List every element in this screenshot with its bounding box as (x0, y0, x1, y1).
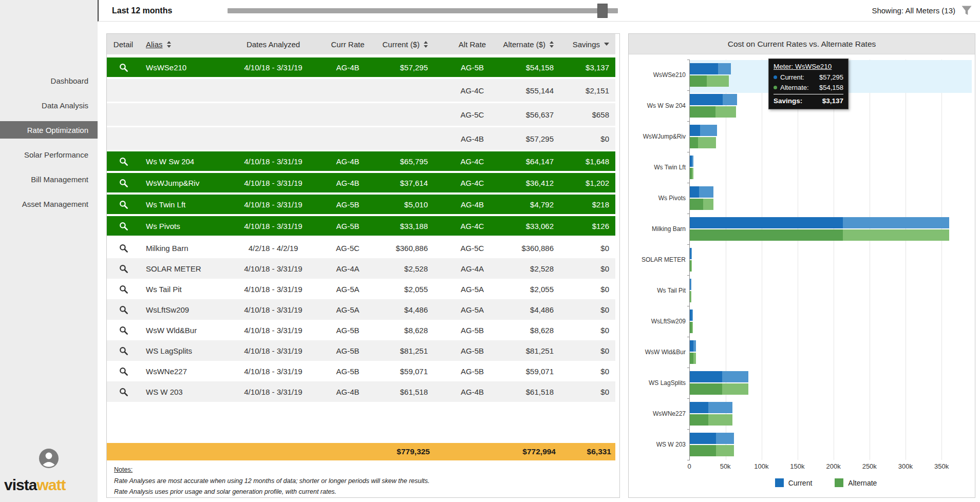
table-row[interactable]: Ws Tail Pit4/10/18 - 3/31/19AG-5A$2,055A… (107, 279, 615, 299)
magnifier-icon[interactable] (119, 284, 128, 294)
chart-category-label: Ws Pivots (629, 183, 689, 214)
magnifier-icon[interactable] (119, 243, 128, 253)
savings-cell: $0 (556, 285, 611, 294)
alt-rate-sub-row[interactable]: AG-5C$56,637$658 (107, 103, 615, 126)
column-header-Detail[interactable]: Detail (107, 40, 140, 49)
column-header-Curr Rate[interactable]: Curr Rate (325, 40, 371, 49)
column-header-Savings[interactable]: Savings (556, 40, 611, 49)
current-bar-Ws W Sw 204[interactable] (690, 94, 737, 105)
current-bar-WsLftSw209[interactable] (690, 310, 693, 321)
filter-funnel-icon[interactable] (960, 5, 973, 17)
alternate-bar-WsWSe210[interactable] (690, 75, 729, 87)
alternate-bar-WsLftSw209[interactable] (690, 322, 693, 333)
legend-item-current[interactable]: Current (775, 478, 813, 487)
table-row[interactable]: Milking Barn4/2/18 - 4/2/19AG-5C$360,886… (107, 238, 615, 258)
bar-segment-light (707, 75, 729, 87)
magnifier-icon[interactable] (119, 178, 128, 188)
sort-both-icon[interactable] (550, 41, 554, 48)
column-header-label: Detail (114, 40, 133, 49)
magnifier-icon[interactable] (119, 305, 128, 315)
bar-segment-dark (690, 353, 693, 364)
alternate-bar-WS LagSplits[interactable] (690, 383, 748, 395)
current-bar-WS W 203[interactable] (690, 433, 734, 444)
x-tick-label: 150k (790, 462, 804, 470)
alternate-bar-Milking Barn[interactable] (690, 229, 949, 241)
sort-asc-arrow (424, 41, 428, 44)
column-header-Alt Rate[interactable]: Alt Rate (450, 40, 494, 49)
magnifier-icon[interactable] (119, 325, 128, 335)
legend-item-alternate[interactable]: Alternate (835, 478, 877, 487)
current-bar-WsWNe227[interactable] (690, 402, 732, 413)
column-header-Alias[interactable]: Alias (140, 40, 222, 49)
alternate-cell: $33,062 (494, 222, 556, 230)
table-row[interactable]: WsW Wld&Bur4/10/18 - 3/31/19AG-5B$8,628A… (107, 320, 615, 340)
chart-bar-group (690, 368, 972, 398)
column-header-Dates Analyzed[interactable]: Dates Analyzed (222, 40, 325, 49)
sidebar-item-data-analysis[interactable]: Data Analysis (0, 96, 98, 114)
sidebar-item-solar-performance[interactable]: Solar Performance (0, 146, 98, 163)
table-row[interactable]: Ws Twin Lft4/10/18 - 3/31/19AG-5B$5,010A… (107, 195, 615, 214)
alternate-bar-Ws W Sw 204[interactable] (690, 106, 736, 118)
sort-desc-icon[interactable] (604, 43, 609, 46)
chart-body: WsWSe210Ws W Sw 204WsWJump&RivWs Twin Lf… (629, 54, 975, 487)
sidebar-item-bill-management[interactable]: Bill Management (0, 170, 98, 188)
alternate-bar-WsWNe227[interactable] (690, 414, 732, 426)
current-bar-WsW Wld&Bur[interactable] (690, 340, 696, 352)
alt-rate-cell: AG-5A (450, 285, 494, 294)
current-bar-WsWSe210[interactable] (690, 63, 731, 74)
alias-cell: WsW Wld&Bur (140, 326, 222, 335)
magnifier-icon[interactable] (119, 221, 128, 231)
column-header-label: Curr Rate (331, 40, 364, 49)
chart-bar-group (690, 275, 972, 306)
alternate-bar-WsWJump&Riv[interactable] (690, 137, 716, 148)
table-row[interactable]: SOLAR METER4/10/18 - 3/31/19AG-4A$2,528A… (107, 258, 615, 279)
magnifier-icon[interactable] (119, 200, 128, 209)
bar-segment-light (692, 168, 693, 179)
column-header-Current ($)[interactable]: Current ($) (371, 40, 430, 49)
dates-cell: 4/10/18 - 3/31/19 (222, 264, 325, 273)
magnifier-icon[interactable] (119, 63, 128, 72)
table-row[interactable]: Ws Pivots4/10/18 - 3/31/19AG-5B$33,188AG… (107, 216, 615, 236)
curr-rate-cell: AG-5A (325, 305, 371, 314)
sort-both-icon[interactable] (424, 41, 428, 48)
table-row[interactable]: WS W 2034/10/18 - 3/31/19AG-4B$61,518AG-… (107, 381, 615, 402)
column-header-Alternate ($)[interactable]: Alternate ($) (494, 40, 556, 49)
table-row[interactable]: WsLftSw2094/10/18 - 3/31/19AG-5A$4,486AG… (107, 299, 615, 320)
current-bar-Ws Tail Pit[interactable] (690, 279, 691, 290)
table-row[interactable]: WsWNe2274/10/18 - 3/31/19AG-5B$59,071AG-… (107, 361, 615, 381)
magnifier-icon[interactable] (119, 264, 128, 274)
chart-category-label: WS W 203 (629, 429, 689, 460)
current-bar-Milking Barn[interactable] (690, 217, 949, 228)
alternate-bar-Ws Pivots[interactable] (690, 199, 713, 210)
current-bar-WsWJump&Riv[interactable] (690, 125, 717, 136)
sidebar-item-dashboard[interactable]: Dashboard (0, 72, 98, 89)
table-row[interactable]: WsWSe2104/10/18 - 3/31/19AG-4B$57,295AG-… (107, 57, 615, 77)
alt-rate-sub-row[interactable]: AG-4B$57,295$0 (107, 127, 615, 150)
period-slider-track[interactable] (228, 8, 618, 13)
sidebar-item-rate-optimization[interactable]: Rate Optimization (0, 121, 98, 139)
alternate-bar-WS W 203[interactable] (690, 445, 734, 456)
alternate-cell: $4,486 (494, 305, 556, 314)
alternate-bar-SOLAR METER[interactable] (690, 260, 692, 272)
table-row[interactable]: WS LagSplits4/10/18 - 3/31/19AG-5B$81,25… (107, 340, 615, 361)
user-avatar-icon[interactable] (38, 448, 60, 469)
table-row[interactable]: WsWJump&Riv4/10/18 - 3/31/19AG-4B$37,614… (107, 173, 615, 192)
chart-bar-group (690, 306, 972, 337)
tooltip-alternate-label: Alternate: (780, 84, 809, 91)
alternate-bar-Ws Twin Lft[interactable] (690, 168, 693, 179)
current-bar-Ws Twin Lft[interactable] (690, 156, 693, 167)
sidebar-item-asset-management[interactable]: Asset Management (0, 195, 98, 213)
current-bar-WS LagSplits[interactable] (690, 371, 748, 382)
sort-both-icon[interactable] (167, 41, 171, 48)
period-slider-handle[interactable] (597, 4, 608, 18)
magnifier-icon[interactable] (119, 157, 128, 166)
magnifier-icon[interactable] (119, 366, 128, 376)
magnifier-icon[interactable] (119, 346, 128, 356)
table-row[interactable]: Ws W Sw 2044/10/18 - 3/31/19AG-4B$65,795… (107, 151, 615, 171)
alternate-bar-WsW Wld&Bur[interactable] (690, 353, 696, 364)
alternate-bar-Ws Tail Pit[interactable] (690, 291, 691, 302)
current-bar-SOLAR METER[interactable] (690, 248, 692, 259)
magnifier-icon[interactable] (119, 387, 128, 397)
current-bar-Ws Pivots[interactable] (690, 186, 713, 198)
alt-rate-sub-row[interactable]: AG-4C$55,144$2,151 (107, 79, 615, 102)
